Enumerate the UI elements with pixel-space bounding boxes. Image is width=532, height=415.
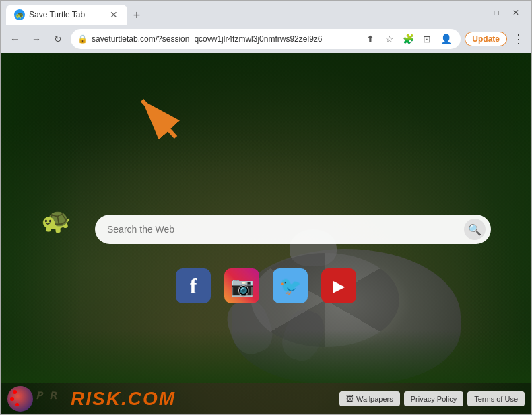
tab-title: Save Turtle Tab <box>29 10 104 20</box>
forward-button[interactable]: → <box>28 30 45 48</box>
youtube-icon: ▶ <box>333 276 345 295</box>
update-button[interactable]: Update <box>465 32 507 46</box>
search-button[interactable]: 🔍 <box>464 219 486 240</box>
url-actions: ⬆ ☆ 🧩 ⊡ 👤 <box>362 31 454 47</box>
facebook-link[interactable]: f <box>176 268 211 303</box>
svg-line-1 <box>142 100 176 137</box>
terms-of-use-button[interactable]: Terms of Use <box>467 391 525 406</box>
tab-area: 🐢 Save Turtle Tab ✕ + <box>6 1 469 25</box>
search-icon: 🔍 <box>468 223 481 236</box>
turtle-mascot: 🐢 <box>41 206 71 235</box>
privacy-policy-button[interactable]: Privacy Policy <box>404 391 463 406</box>
search-input[interactable] <box>107 224 459 235</box>
title-bar: 🐢 Save Turtle Tab ✕ + – □ ✕ <box>1 1 531 25</box>
tab-favicon: 🐢 <box>14 9 25 20</box>
new-tab-button[interactable]: + <box>127 6 146 25</box>
risk-logo-ball <box>7 386 33 412</box>
more-options-button[interactable]: ⋮ <box>511 32 526 46</box>
active-tab[interactable]: 🐢 Save Turtle Tab ✕ <box>6 5 127 25</box>
lock-icon: 🔒 <box>77 34 88 44</box>
window-controls: – □ ✕ <box>472 7 526 19</box>
wallpapers-button[interactable]: 🖼 Wallpapers <box>339 391 400 406</box>
bottom-actions: 🖼 Wallpapers Privacy Policy Terms of Use <box>339 391 525 406</box>
risk-brand-text: RISK.COM <box>71 388 176 410</box>
social-icons-row: f 📷 🐦 ▶ <box>176 268 356 303</box>
search-bar[interactable]: 🔍 <box>95 215 491 244</box>
share-icon[interactable]: ⬆ <box>362 31 378 47</box>
search-container: 🔍 <box>95 215 491 244</box>
wallpapers-icon: 🖼 <box>346 395 354 403</box>
watermark-text: ᴾ ᴿ <box>34 389 57 408</box>
close-button[interactable]: ✕ <box>508 7 523 19</box>
address-bar: ← → ↻ 🔒 saveturtletab.com/?session=qcovw… <box>1 25 531 53</box>
back-button[interactable]: ← <box>6 30 24 48</box>
url-bar[interactable]: 🔒 saveturtletab.com/?session=qcovw1jlr4f… <box>71 29 461 49</box>
bottom-bar: ᴾ ᴿ RISK.COM 🖼 Wallpapers Privacy Policy… <box>1 383 531 414</box>
twitter-icon: 🐦 <box>279 276 301 297</box>
reload-button[interactable]: ↻ <box>49 30 67 48</box>
extensions-icon[interactable]: 🧩 <box>400 31 416 47</box>
facebook-icon: f <box>190 274 197 299</box>
tab-close-button[interactable]: ✕ <box>108 9 119 20</box>
split-view-icon[interactable]: ⊡ <box>419 31 435 47</box>
profile-icon[interactable]: 👤 <box>438 31 454 47</box>
browser-window: 🐢 Save Turtle Tab ✕ + – □ ✕ ← → ↻ 🔒 save… <box>0 0 532 415</box>
minimize-button[interactable]: – <box>472 7 485 19</box>
grass-overlay <box>1 330 531 383</box>
arrow-annotation <box>132 90 186 144</box>
instagram-icon: 📷 <box>230 275 254 297</box>
twitter-link[interactable]: 🐦 <box>273 268 308 303</box>
instagram-link[interactable]: 📷 <box>224 268 259 303</box>
youtube-link[interactable]: ▶ <box>321 268 356 303</box>
bookmark-icon[interactable]: ☆ <box>381 31 397 47</box>
maximize-button[interactable]: □ <box>490 7 503 19</box>
page-content: 🐢 🔍 f 📷 🐦 ▶ <box>1 53 531 414</box>
url-text: saveturtletab.com/?session=qcovw1jlr4fzm… <box>92 34 358 44</box>
brand-logo: ᴾ ᴿ RISK.COM <box>7 386 176 412</box>
